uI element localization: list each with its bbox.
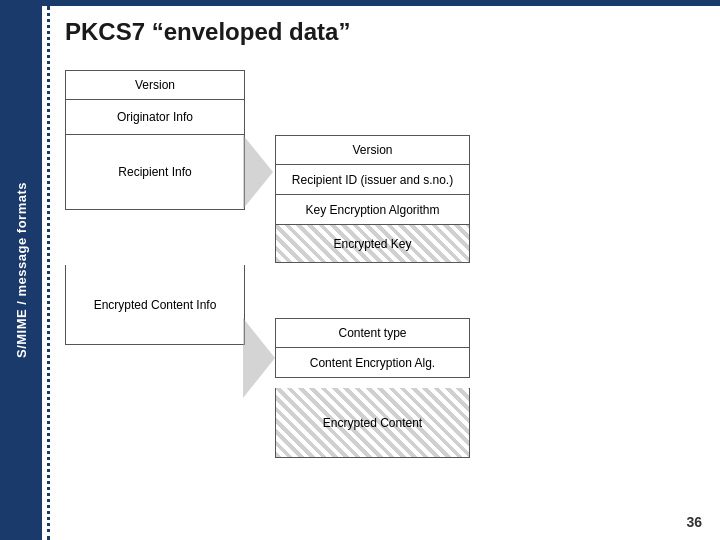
- left-dotted-border: [42, 6, 50, 540]
- left-version-box: Version: [65, 70, 245, 100]
- connector-top-arrow: [243, 135, 273, 209]
- sidebar: S/MIME / message formats: [0, 0, 42, 540]
- key-encryption-algorithm-box: Key Encryption Algorithm: [275, 195, 470, 225]
- sidebar-label: S/MIME / message formats: [14, 182, 29, 358]
- originator-info-box: Originator Info: [65, 100, 245, 135]
- right-version-box: Version: [275, 135, 470, 165]
- recipient-info-box: Recipient Info: [65, 135, 245, 210]
- page-number: 36: [686, 514, 702, 530]
- content-type-box: Content type: [275, 318, 470, 348]
- top-accent-bar: [42, 0, 720, 6]
- encrypted-content-info-box: Encrypted Content Info: [65, 265, 245, 345]
- encrypted-content-box: Encrypted Content: [275, 388, 470, 458]
- page-title: PKCS7 “enveloped data”: [65, 18, 350, 46]
- connector-bottom-arrow: [243, 318, 275, 398]
- content-encryption-alg-box: Content Encryption Alg.: [275, 348, 470, 378]
- encrypted-key-box: Encrypted Key: [275, 225, 470, 263]
- diagram: Version Originator Info Recipient Info E…: [65, 70, 665, 510]
- recipient-id-box: Recipient ID (issuer and s.no.): [275, 165, 470, 195]
